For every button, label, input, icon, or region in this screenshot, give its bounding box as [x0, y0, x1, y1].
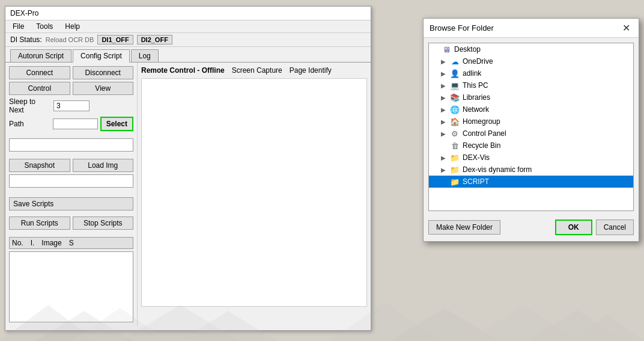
text-area-1[interactable] — [9, 138, 133, 152]
label-desktop: Desktop — [454, 45, 630, 54]
load-img-button[interactable]: Load Img — [73, 159, 134, 172]
icon-thispc: 💻 — [449, 81, 460, 90]
chevron-homegroup: ▶ — [441, 118, 449, 125]
path-row: Path Select — [9, 117, 133, 131]
tree-item-thispc[interactable]: ▶ 💻 This PC — [429, 79, 633, 91]
remote-area — [141, 78, 367, 307]
tab-screen-capture[interactable]: Screen Capture — [232, 66, 282, 75]
tree-item-controlpanel[interactable]: ▶ ⚙ Control Panel — [429, 127, 633, 140]
select-button[interactable]: Select — [100, 117, 133, 131]
icon-libraries: 📚 — [449, 93, 460, 102]
bg-decoration — [0, 293, 644, 341]
label-adlink: adlink — [463, 69, 630, 78]
left-panel: Connect Disconnect Control View Sleep to… — [5, 63, 138, 326]
label-script: SCRIPT — [463, 177, 630, 186]
tree-item-libraries[interactable]: ▶ 📚 Libraries — [429, 91, 633, 103]
label-thispc: This PC — [463, 81, 630, 90]
icon-script: 📁 — [449, 177, 460, 186]
tab-remote-control[interactable]: Remote Control - Offline — [141, 66, 225, 75]
stop-scripts-button[interactable]: Stop Scripts — [73, 217, 134, 230]
text-area-2[interactable] — [9, 174, 133, 188]
connect-button[interactable]: Connect — [9, 66, 70, 79]
label-libraries: Libraries — [463, 93, 630, 102]
dialog-footer: Make New Folder OK Cancel — [424, 216, 639, 241]
chevron-adlink: ▶ — [441, 70, 449, 77]
tab-log[interactable]: Log — [131, 49, 159, 62]
remote-tabs: Remote Control - Offline Screen Capture … — [141, 66, 367, 75]
chevron-controlpanel: ▶ — [441, 131, 449, 137]
save-scripts-button[interactable]: Save Scripts — [9, 197, 133, 210]
main-content: Connect Disconnect Control View Sleep to… — [5, 63, 371, 326]
disconnect-button[interactable]: Disconnect — [73, 66, 134, 79]
dialog-close-button[interactable]: ✕ — [620, 22, 633, 34]
toolbar-bar: DI Status: Reload OCR DB DI1_OFF DI2_OFF — [5, 33, 371, 47]
label-recycle: Recycle Bin — [463, 141, 630, 150]
col-s: S — [69, 239, 74, 247]
label-controlpanel: Control Panel — [463, 129, 630, 138]
tab-autorun-script[interactable]: Autorun Script — [10, 49, 71, 62]
icon-desktop: 🖥 — [441, 45, 452, 54]
icon-adlink: 👤 — [449, 69, 460, 78]
control-row: Control View — [9, 82, 133, 95]
chevron-thispc: ▶ — [441, 82, 449, 89]
menu-tools[interactable]: Tools — [34, 22, 55, 31]
make-new-folder-button[interactable]: Make New Folder — [428, 220, 500, 235]
path-label: Path — [9, 120, 50, 128]
menu-file[interactable]: File — [10, 22, 26, 31]
label-dexvis: DEX-Vis — [463, 153, 630, 162]
menu-bar: File Tools Help — [5, 20, 371, 33]
label-network: Network — [463, 105, 630, 114]
cancel-button[interactable]: Cancel — [596, 220, 634, 235]
chevron-libraries: ▶ — [441, 94, 449, 101]
col-image: Image — [41, 239, 61, 247]
tab-page-identify[interactable]: Page Identify — [290, 66, 332, 75]
tree-container[interactable]: 🖥 Desktop ▶ ☁ OneDrive ▶ 👤 adlink ▶ 💻 Th… — [428, 43, 634, 211]
chevron-dexvis: ▶ — [441, 155, 449, 161]
run-scripts-button[interactable]: Run Scripts — [9, 217, 70, 230]
tree-item-dexvis-dynamic[interactable]: ▶ 📁 Dex-vis dynamic form — [429, 164, 633, 176]
view-button[interactable]: View — [73, 82, 134, 95]
tab-config-script[interactable]: Config Script — [73, 49, 130, 63]
ok-cancel-group: OK Cancel — [555, 220, 634, 235]
di-status-label: DI Status: — [10, 35, 42, 44]
tree-item-network[interactable]: ▶ 🌐 Network — [429, 103, 633, 115]
label-dexvis-dynamic: Dex-vis dynamic form — [463, 165, 630, 174]
tree-item-recycle[interactable]: 🗑 Recycle Bin — [429, 140, 633, 152]
control-button[interactable]: Control — [9, 82, 70, 95]
tree-item-desktop[interactable]: 🖥 Desktop — [429, 43, 633, 55]
icon-recycle: 🗑 — [449, 141, 460, 150]
icon-dexvis-dynamic: 📁 — [449, 165, 460, 174]
path-input[interactable] — [53, 118, 98, 129]
dialog-title: Browse For Folder — [430, 23, 494, 32]
menu-help[interactable]: Help — [62, 22, 82, 31]
chevron-onedrive: ▶ — [441, 58, 449, 65]
spacer — [9, 134, 133, 136]
tree-item-script[interactable]: 📁 SCRIPT — [429, 176, 633, 188]
sleep-label: Sleep to Next — [9, 97, 51, 114]
di1-badge: DI1_OFF — [97, 35, 133, 45]
tree-item-homegroup[interactable]: ▶ 🏠 Homegroup — [429, 115, 633, 127]
icon-dexvis: 📁 — [449, 153, 460, 162]
ok-button[interactable]: OK — [555, 220, 592, 235]
icon-controlpanel: ⚙ — [449, 129, 460, 138]
tree-item-adlink[interactable]: ▶ 👤 adlink — [429, 67, 633, 79]
spacer3 — [9, 190, 133, 195]
spacer5 — [9, 232, 133, 235]
sleep-input[interactable] — [53, 100, 90, 111]
col-no: No. — [12, 239, 23, 247]
run-stop-row: Run Scripts Stop Scripts — [9, 217, 133, 230]
title-bar: DEX-Pro — [5, 7, 371, 20]
reload-ocr-db[interactable]: Reload OCR DB — [46, 36, 94, 43]
app-title: DEX-Pro — [10, 9, 38, 17]
browse-dialog: Browse For Folder ✕ 🖥 Desktop ▶ ☁ OneDri… — [423, 18, 639, 242]
tabs-bar: Autorun Script Config Script Log — [5, 47, 371, 63]
tree-item-onedrive[interactable]: ▶ ☁ OneDrive — [429, 55, 633, 67]
chevron-dexvis-dynamic: ▶ — [441, 167, 449, 173]
icon-network: 🌐 — [449, 105, 460, 114]
tree-item-dexvis[interactable]: ▶ 📁 DEX-Vis — [429, 152, 633, 164]
label-onedrive: OneDrive — [463, 57, 630, 66]
dialog-title-bar: Browse For Folder ✕ — [424, 19, 639, 38]
spacer4 — [9, 213, 133, 214]
connect-row: Connect Disconnect — [9, 66, 133, 79]
snapshot-button[interactable]: Snapshot — [9, 159, 70, 172]
